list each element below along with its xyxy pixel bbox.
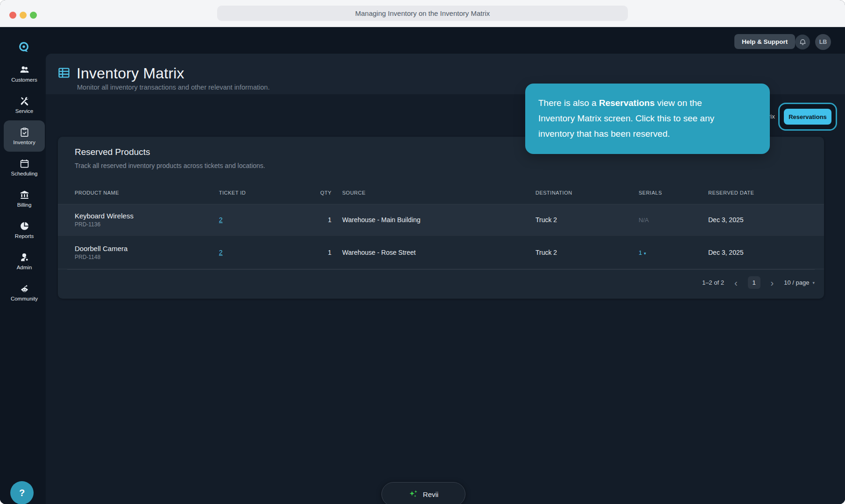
- reserved-date-cell: Dec 3, 2025: [708, 249, 744, 256]
- product-code: PRD-1148: [75, 254, 210, 260]
- tooltip-text-bold: Reservations: [599, 98, 655, 108]
- sidebar-item-admin[interactable]: Admin: [4, 245, 45, 277]
- sidebar-item-label: Admin: [17, 265, 32, 270]
- product-code: PRD-1136: [75, 221, 210, 228]
- caret-down-icon: ▾: [812, 280, 815, 285]
- zoom-window-button[interactable]: [30, 12, 37, 19]
- bank-icon: [19, 189, 30, 200]
- sidebar-item-label: Community: [11, 296, 38, 301]
- pie-chart-icon: [19, 221, 30, 231]
- product-cell: Keyboard Wireless PRD-1136: [75, 212, 210, 228]
- column-header-source: SOURCE: [342, 190, 366, 196]
- destination-cell: Truck 2: [535, 216, 557, 224]
- column-header-ticket-id: TICKET ID: [219, 190, 246, 196]
- chevron-left-icon[interactable]: ‹: [734, 278, 738, 287]
- app-logo-icon: [18, 40, 30, 53]
- sidebar-item-scheduling[interactable]: Scheduling: [4, 152, 45, 183]
- page-size-select[interactable]: 10 / page▾: [784, 279, 815, 286]
- app-body: Customers Service In: [0, 27, 845, 504]
- tab-reservations[interactable]: Reservations: [784, 109, 831, 125]
- chevron-down-icon: ▾: [644, 251, 646, 256]
- sidebar-nav: Customers Service In: [0, 58, 46, 308]
- tooltip-text-prefix: There is also a: [538, 98, 599, 108]
- sidebar-item-label: Inventory: [13, 140, 35, 145]
- sidebar-item-customers[interactable]: Customers: [4, 58, 45, 89]
- table-grid-icon: [57, 66, 70, 79]
- card-subtitle: Track all reserved inventory products ac…: [75, 162, 265, 169]
- help-support-button[interactable]: Help & Support: [734, 34, 795, 49]
- person-badge-icon: [19, 252, 30, 263]
- bell-icon: [799, 38, 807, 46]
- help-fab-button[interactable]: ?: [10, 481, 34, 504]
- column-header-serials: SERIALS: [639, 190, 662, 196]
- alien-icon: [19, 283, 30, 294]
- qty-cell: 1: [291, 216, 331, 224]
- column-header-product-name: PRODUCT NAME: [75, 190, 210, 196]
- source-cell: Warehouse - Main Building: [342, 216, 421, 224]
- sidebar-item-service[interactable]: Service: [4, 89, 45, 120]
- user-avatar[interactable]: LB: [815, 34, 831, 50]
- sidebar: Customers Service In: [0, 27, 46, 504]
- sparkles-icon: [408, 489, 419, 499]
- destination-cell: Truck 2: [535, 249, 557, 256]
- card-title: Reserved Products: [75, 147, 150, 157]
- page-number-button[interactable]: 1: [748, 276, 760, 289]
- reserved-products-card: Reserved Products Track all reserved inv…: [58, 137, 824, 299]
- people-icon: [19, 64, 30, 75]
- page-body: rix Reservations Reserved Products Track…: [46, 94, 845, 504]
- coach-tooltip: There is also a Reservations view on the…: [525, 84, 770, 154]
- pagination-range: 1–2 of 2: [702, 279, 724, 286]
- serials-count: 1: [639, 249, 642, 256]
- close-window-button[interactable]: [9, 12, 16, 19]
- notifications-button[interactable]: [795, 35, 810, 49]
- tools-icon: [19, 96, 30, 106]
- table-header-row: PRODUCT NAME TICKET ID QTY SOURCE DESTIN…: [58, 182, 824, 204]
- ticket-link[interactable]: 2: [219, 249, 223, 256]
- column-header-qty: QTY: [291, 190, 331, 196]
- ticket-link[interactable]: 2: [219, 216, 223, 224]
- source-cell: Warehouse - Rose Street: [342, 249, 415, 256]
- chevron-right-icon[interactable]: ›: [771, 278, 774, 287]
- clipboard-check-icon: [19, 127, 30, 138]
- pagination: 1–2 of 2 ‹ 1 › 10 / page▾: [67, 269, 815, 298]
- qty-cell: 1: [291, 249, 331, 256]
- sidebar-item-billing[interactable]: Billing: [4, 183, 45, 214]
- page-subtitle: Monitor all inventory transactions and o…: [77, 84, 270, 91]
- revii-assistant-button[interactable]: Revii: [381, 482, 465, 504]
- reserved-date-cell: Dec 3, 2025: [708, 216, 744, 224]
- column-header-destination: DESTINATION: [535, 190, 572, 196]
- macos-titlebar: Managing Inventory on the Inventory Matr…: [0, 0, 845, 27]
- sidebar-item-label: Reports: [15, 233, 34, 239]
- coach-highlight-ring: Reservations: [778, 103, 837, 131]
- product-name: Keyboard Wireless: [75, 212, 210, 220]
- main-area: Help & Support LB Inventory Matrix Monit…: [46, 27, 845, 504]
- serials-cell: 1▾: [639, 249, 646, 256]
- serials-cell: N/A: [639, 217, 649, 224]
- sidebar-item-reports[interactable]: Reports: [4, 214, 45, 245]
- minimize-window-button[interactable]: [20, 12, 27, 19]
- app-window: Managing Inventory on the Inventory Matr…: [0, 0, 845, 504]
- table-row[interactable]: Keyboard Wireless PRD-1136 2 1 Warehouse…: [58, 204, 824, 236]
- sidebar-item-label: Billing: [17, 202, 32, 208]
- sidebar-item-inventory[interactable]: Inventory: [4, 120, 45, 152]
- product-cell: Doorbell Camera PRD-1148: [75, 245, 210, 260]
- column-header-reserved-date: RESERVED DATE: [708, 190, 754, 196]
- coach-tooltip-text: There is also a Reservations view on the…: [538, 95, 731, 141]
- window-title: Managing Inventory on the Inventory Matr…: [217, 6, 628, 21]
- table-row[interactable]: Doorbell Camera PRD-1148 2 1 Warehouse -…: [58, 236, 824, 269]
- calendar-icon: [19, 158, 30, 169]
- sidebar-item-community[interactable]: Community: [4, 277, 45, 308]
- sidebar-item-label: Customers: [11, 77, 37, 83]
- revii-label: Revii: [423, 490, 438, 498]
- product-name: Doorbell Camera: [75, 245, 210, 252]
- page-size-label: 10 / page: [784, 279, 809, 286]
- page-title: Inventory Matrix: [77, 65, 184, 82]
- sidebar-item-label: Scheduling: [11, 171, 38, 176]
- sidebar-item-label: Service: [15, 108, 33, 114]
- serials-expander[interactable]: 1▾: [639, 249, 646, 256]
